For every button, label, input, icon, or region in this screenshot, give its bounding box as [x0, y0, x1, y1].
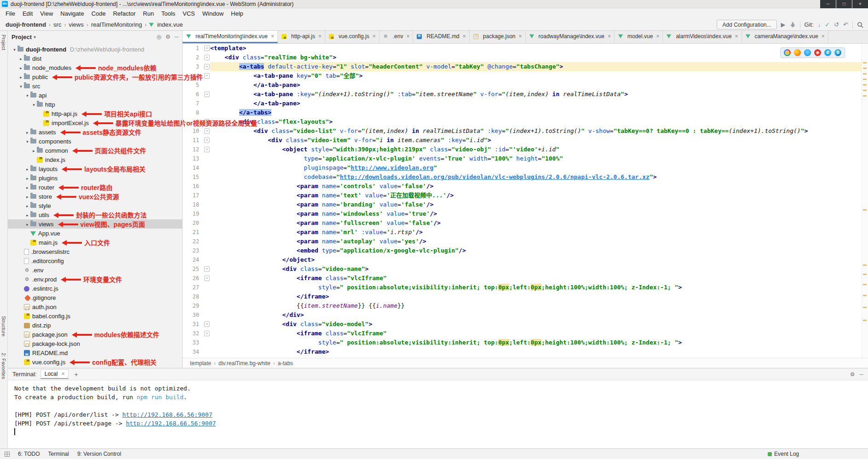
search-icon[interactable]: [857, 22, 863, 28]
breadcrumb-item[interactable]: src: [52, 21, 62, 28]
code-line[interactable]: 21 <param name='mrl' :value='i.rtsp'/>: [183, 228, 868, 237]
warning-mark-icon[interactable]: [863, 95, 867, 97]
tree-row[interactable]: importExcel.js暴露环境变量地址给图片or视频资源路径全局变量: [8, 118, 182, 127]
code-line[interactable]: 27 style=" position:absolute;visibility:…: [183, 283, 868, 292]
warning-mark-icon[interactable]: [863, 79, 867, 80]
debug-bug-icon[interactable]: [790, 22, 796, 28]
new-terminal-session-icon[interactable]: +: [72, 371, 80, 378]
code-line[interactable]: 30 </div>: [183, 310, 868, 320]
collapsed-arrow-icon[interactable]: ▸: [24, 174, 30, 183]
fold-icon[interactable]: [204, 90, 210, 99]
tree-row[interactable]: .env.prod环境变量文件: [8, 275, 182, 284]
tree-row[interactable]: package-lock.json: [8, 339, 182, 348]
editor-breadcrumb-item[interactable]: a-tabs: [277, 360, 294, 367]
breadcrumb-item[interactable]: realTimeMonitoring: [90, 21, 143, 28]
code-line[interactable]: 4 <a-tab-pane key="0" tab="全部">: [183, 71, 868, 80]
code-line[interactable]: 16 <param name='controls' value='false'/…: [183, 182, 868, 191]
tree-row[interactable]: ▸style: [8, 201, 182, 210]
expanded-arrow-icon[interactable]: ▾: [24, 137, 30, 146]
editor-tab[interactable]: realTimeMonitoring\index.vue×: [183, 31, 278, 43]
tree-row[interactable]: auth.json: [8, 302, 182, 311]
editor-tab[interactable]: package.json×: [470, 31, 526, 43]
chevron-down-icon[interactable]: ▾: [34, 34, 36, 40]
collapsed-arrow-icon[interactable]: ▸: [24, 165, 30, 174]
tab-close-icon[interactable]: ×: [318, 33, 322, 40]
code-line[interactable]: 18 <param name='branding' value='false'/…: [183, 200, 868, 209]
terminal-output[interactable]: Note that the development build is not o…: [8, 380, 868, 436]
terminal-minimize-icon[interactable]: ─: [859, 371, 863, 378]
code-line[interactable]: 25 <div class="video-name">: [183, 264, 868, 274]
tab-close-icon[interactable]: ×: [406, 33, 409, 40]
terminal-link[interactable]: http://192.168.66.56:9007: [122, 411, 213, 418]
code-line[interactable]: 26 <iframe class="vlcIframe": [183, 274, 868, 283]
tree-row[interactable]: ▸dist: [8, 54, 182, 63]
code-line[interactable]: 34 </iframe>: [183, 347, 868, 356]
menu-edit[interactable]: Edit: [19, 9, 36, 18]
editor-tab[interactable]: roadwayManage\index.vue×: [526, 31, 615, 43]
breadcrumb-item[interactable]: index.vue: [156, 21, 184, 28]
expanded-arrow-icon[interactable]: ▾: [31, 100, 37, 109]
expanded-arrow-icon[interactable]: ▾: [18, 82, 24, 91]
tab-close-icon[interactable]: ×: [61, 371, 64, 377]
fold-icon[interactable]: [204, 71, 210, 80]
warning-mark-icon[interactable]: [863, 320, 867, 321]
code-line[interactable]: 6 <a-tab-pane :key="(index+1).toString()…: [183, 90, 868, 99]
menu-refactor[interactable]: Refactor: [109, 9, 139, 18]
tab-close-icon[interactable]: ×: [463, 33, 466, 40]
locate-icon[interactable]: ◎: [156, 34, 161, 40]
fold-icon[interactable]: [204, 264, 210, 274]
menu-code[interactable]: Code: [88, 9, 109, 18]
opera-browser-icon[interactable]: [814, 49, 821, 56]
tab-close-icon[interactable]: ×: [822, 33, 825, 40]
menu-navigate[interactable]: Navigate: [57, 9, 87, 18]
menu-vcs[interactable]: VCS: [179, 9, 199, 18]
tree-row[interactable]: ▸utils封装的一些公共函数方法: [8, 210, 182, 219]
collapsed-arrow-icon[interactable]: ▸: [18, 73, 24, 82]
menu-file[interactable]: File: [2, 9, 19, 18]
code-editor[interactable]: 1<template>2 <div class="realTime bg-whi…: [183, 44, 868, 358]
tree-row[interactable]: ▾src: [8, 81, 182, 91]
code-line[interactable]: 24 </object>: [183, 255, 868, 264]
chrome-browser-icon[interactable]: [784, 49, 791, 56]
code-line[interactable]: 32 <iframe class="vlcIframe": [183, 329, 868, 338]
project-panel-title[interactable]: Project: [11, 34, 32, 40]
code-line[interactable]: 33 style=" position:absolute;visibility:…: [183, 338, 868, 347]
code-link[interactable]: http://downloads.videolan.org/pub/videol…: [340, 173, 650, 180]
warning-mark-icon[interactable]: [863, 284, 867, 285]
menu-window[interactable]: Window: [199, 9, 227, 18]
tree-row[interactable]: .browserslistrc: [8, 247, 182, 256]
editor-tab[interactable]: cameraManage\index.vue×: [742, 31, 828, 43]
terminal-tab-local[interactable]: Local ×: [40, 369, 69, 379]
tree-row[interactable]: ▸plugins: [8, 173, 182, 183]
code-line[interactable]: 15 codebase="http://downloads.videolan.o…: [183, 172, 868, 182]
breadcrumb-item[interactable]: duoji-frontend: [5, 21, 47, 28]
tree-row[interactable]: vue.config.jsconfig配置、代理相关: [8, 357, 182, 367]
code-line[interactable]: 3 <a-tabs default-active-key="1" slot="h…: [183, 62, 868, 71]
warning-mark-icon[interactable]: [863, 90, 867, 91]
code-line[interactable]: 19 <param name='windowless' value='true'…: [183, 209, 868, 218]
code-line[interactable]: 28 </iframe>: [183, 292, 868, 301]
tool-stripe-structure[interactable]: Structure: [1, 316, 6, 337]
terminal-settings-gear-icon[interactable]: ⚙: [850, 371, 855, 378]
code-line[interactable]: 11 <div class="video-item" v-for="i in i…: [183, 136, 868, 145]
tree-row[interactable]: .editorconfig: [8, 256, 182, 265]
editor-breadcrumb-item[interactable]: template: [189, 360, 212, 367]
menu-view[interactable]: View: [36, 9, 57, 18]
tool-window-switcher-icon[interactable]: [5, 452, 10, 457]
tree-row[interactable]: ▸node_modulesnode_modules依赖: [8, 63, 182, 72]
git-commit-icon[interactable]: ✓: [825, 22, 830, 28]
code-line[interactable]: 31 <div class="video-model">: [183, 320, 868, 329]
tree-row[interactable]: ▸assetsassets静态资源文件: [8, 127, 182, 137]
tree-row[interactable]: .eslintrc.js: [8, 284, 182, 293]
collapsed-arrow-icon[interactable]: ▸: [24, 220, 30, 229]
collapsed-arrow-icon[interactable]: ▸: [18, 54, 24, 63]
breadcrumb-item[interactable]: views: [68, 21, 85, 28]
tab-close-icon[interactable]: ×: [373, 33, 376, 40]
warning-mark-icon[interactable]: [863, 73, 867, 75]
code-line[interactable]: 14 pluginspage="http://www.videolan.org": [183, 163, 868, 172]
editor-tab[interactable]: vue.config.js×: [325, 31, 379, 43]
expanded-arrow-icon[interactable]: ▾: [24, 91, 30, 100]
code-line[interactable]: 29 {{item.streetName}} {{i.name}}: [183, 301, 868, 310]
tree-row[interactable]: babel.config.js: [8, 311, 182, 321]
tree-row[interactable]: ▸storevuex公共资源: [8, 192, 182, 201]
